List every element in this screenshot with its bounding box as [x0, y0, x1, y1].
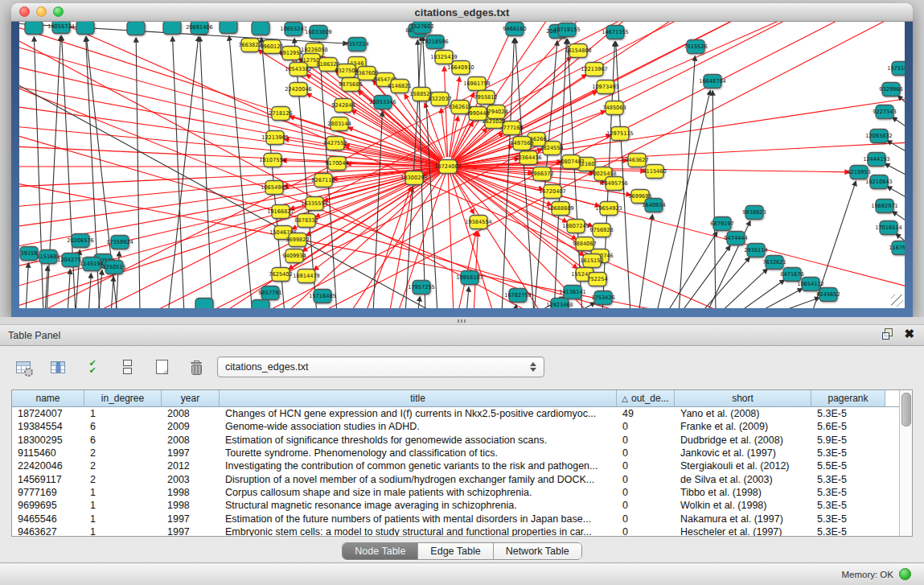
column-header-title[interactable]: title	[220, 390, 617, 407]
table-cell[interactable]: 6	[84, 435, 162, 446]
table-cell[interactable]: Tibbo et al. (1998)	[675, 487, 811, 498]
table-cell[interactable]: 1	[84, 526, 162, 536]
table-cell[interactable]: 0	[617, 500, 675, 511]
table-cell[interactable]: 49	[617, 408, 675, 419]
table-cell[interactable]: 6	[84, 421, 162, 432]
table-cell[interactable]: Tourette syndrome. Phenomenology and cla…	[220, 447, 617, 459]
memory-ok-icon[interactable]	[899, 568, 911, 580]
table-cell[interactable]: 5.9E-5	[811, 435, 885, 446]
table-cell[interactable]: 18724007	[12, 408, 84, 419]
table-cell[interactable]: 1998	[162, 487, 220, 498]
table-cell[interactable]: 1	[84, 487, 162, 498]
column-header-in_degree[interactable]: in_degree	[84, 390, 162, 407]
table-cell[interactable]: Genome-wide association studies in ADHD.	[220, 421, 617, 432]
table-cell[interactable]: 2	[84, 447, 162, 459]
table-cell[interactable]: 0	[617, 526, 675, 536]
tab-node-table[interactable]: Node Table	[343, 543, 418, 559]
table-cell[interactable]: 5.3E-5	[811, 513, 885, 525]
table-cell[interactable]: Disruption of a novel member of a sodium…	[220, 474, 617, 485]
table-cell[interactable]: 9699695	[12, 500, 84, 511]
table-cell[interactable]: 5.3E-5	[811, 500, 885, 511]
table-cell[interactable]: Yano et al. (2008)	[675, 408, 811, 419]
table-cell[interactable]: 2012	[162, 460, 220, 472]
table-cell[interactable]: 0	[617, 421, 675, 432]
table-cell[interactable]: 22420046	[12, 460, 84, 472]
table-cell[interactable]: 0	[617, 487, 675, 498]
network-canvas[interactable]: 1872400718300295766382299601258912954182…	[19, 22, 905, 308]
table-selector-combo[interactable]: citations_edges.txt	[217, 356, 544, 377]
table-cell[interactable]: Estimation of significance thresholds fo…	[220, 435, 617, 446]
graph-node[interactable]	[25, 22, 43, 35]
table-cell[interactable]: 0	[617, 460, 675, 472]
table-cell[interactable]: 2	[84, 460, 162, 472]
network-graph[interactable]: 1872400718300295766382299601258912954182…	[19, 22, 905, 308]
table-cell[interactable]: 1997	[162, 447, 220, 459]
table-cell[interactable]: 5.3E-5	[811, 526, 885, 536]
column-header-out_de[interactable]: △out_de...	[617, 390, 675, 407]
row-select-icon[interactable]: ✔✔	[82, 356, 103, 377]
table-row[interactable]: 1872400712008Changes of HCN gene express…	[12, 407, 899, 420]
column-header-pagerank[interactable]: pagerank	[811, 390, 885, 407]
table-cell[interactable]: 5.3E-5	[811, 447, 885, 459]
float-panel-icon[interactable]	[882, 328, 893, 339]
table-cell[interactable]: 1997	[162, 513, 220, 525]
table-settings-icon[interactable]	[13, 356, 34, 377]
table-row[interactable]: 946362711997Embryonic stem cells: a mode…	[12, 525, 899, 536]
rows-icon[interactable]	[117, 356, 138, 377]
table-cell[interactable]: Corpus callosum shape and size in male p…	[220, 487, 617, 498]
table-cell[interactable]: 9777169	[12, 487, 84, 498]
new-file-icon[interactable]	[151, 356, 172, 377]
graph-node[interactable]	[252, 22, 269, 35]
table-cell[interactable]: 1997	[162, 526, 220, 536]
table-cell[interactable]: Wolkin et al. (1998)	[675, 500, 811, 511]
table-vertical-scrollbar[interactable]	[899, 390, 912, 536]
column-header-short[interactable]: short	[675, 390, 811, 407]
table-cell[interactable]: Hescheler et al. (1997)	[675, 526, 811, 536]
graph-node[interactable]	[127, 22, 145, 35]
table-row[interactable]: 1830029562008Estimation of significance …	[12, 434, 899, 447]
table-cell[interactable]: 14569117	[12, 474, 84, 485]
table-cell[interactable]: 1998	[162, 500, 220, 511]
network-window-titlebar[interactable]: citations_edges.txt	[11, 3, 913, 22]
table-cell[interactable]: 0	[617, 435, 675, 446]
delete-icon[interactable]	[186, 356, 207, 377]
table-cell[interactable]: 0	[617, 474, 675, 485]
table-cell[interactable]: Structural magnetic resonance image aver…	[220, 500, 617, 511]
close-window-button[interactable]	[19, 6, 30, 17]
scrollbar-thumb[interactable]	[901, 393, 911, 426]
table-cell[interactable]: Stergiakouli et al. (2012)	[675, 460, 811, 472]
window-resize-grip[interactable]	[891, 295, 903, 307]
table-cell[interactable]: 5.6E-5	[811, 421, 885, 432]
table-cell[interactable]: 5.3E-5	[811, 408, 885, 419]
table-row[interactable]: 969969511998Structural magnetic resonanc…	[12, 499, 899, 512]
table-cell[interactable]: Franke et al. (2009)	[675, 421, 811, 432]
table-cell[interactable]: Investigating the contribution of common…	[220, 460, 617, 472]
table-cell[interactable]: 1	[84, 513, 162, 525]
table-cell[interactable]: 2008	[162, 435, 220, 446]
table-cell[interactable]: 0	[617, 447, 675, 459]
table-cell[interactable]: 5.5E-5	[811, 460, 885, 472]
table-cell[interactable]: 9463627	[12, 526, 84, 536]
table-cell[interactable]: 9115460	[12, 447, 84, 459]
table-cell[interactable]: 2009	[162, 421, 220, 432]
table-cell[interactable]: de Silva et al. (2003)	[675, 474, 811, 485]
table-cell[interactable]: 5.3E-5	[811, 487, 885, 498]
table-cell[interactable]: 2003	[162, 474, 220, 485]
tab-edge-table[interactable]: Edge Table	[418, 543, 493, 559]
graph-node[interactable]	[163, 22, 181, 35]
table-cell[interactable]: 2	[84, 474, 162, 485]
column-header-year[interactable]: year	[162, 390, 220, 407]
table-cell[interactable]: 18300295	[12, 435, 84, 446]
graph-node[interactable]	[252, 300, 269, 309]
table-cell[interactable]: Nakamura et al. (1997)	[675, 513, 811, 525]
table-row[interactable]: 946554611997Estimation of the future num…	[12, 512, 899, 525]
graph-node[interactable]	[195, 299, 213, 309]
graph-node[interactable]	[220, 22, 237, 34]
table-row[interactable]: 1938455462009Genome-wide association stu…	[12, 420, 899, 433]
column-header-name[interactable]: name	[12, 390, 84, 407]
table-cell[interactable]: 19384554	[12, 421, 84, 432]
table-row[interactable]: 1456911722003Disruption of a novel membe…	[12, 472, 899, 485]
table-cell[interactable]: Changes of HCN gene expression and I(f) …	[220, 408, 617, 419]
table-cell[interactable]: Embryonic stem cells: a model to study s…	[220, 526, 617, 536]
table-row[interactable]: 911546021997Tourette syndrome. Phenomeno…	[12, 447, 899, 459]
